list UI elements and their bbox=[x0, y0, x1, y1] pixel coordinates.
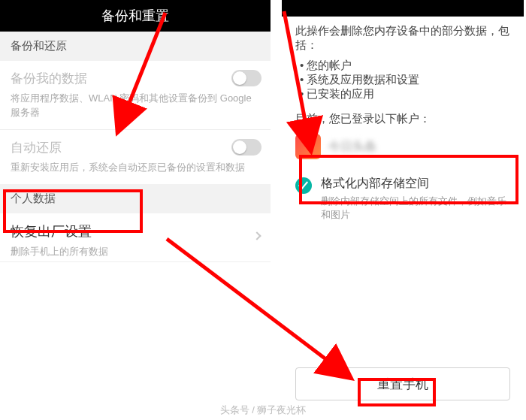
item-backup-my-data[interactable]: 备份我的数据 将应用程序数据、WLAN 密码和其他设置备份到 Google 服务… bbox=[0, 61, 271, 129]
bullet-item: 系统及应用数据和设置 bbox=[300, 73, 510, 87]
account-avatar-icon bbox=[295, 134, 321, 159]
toggle-auto-restore[interactable] bbox=[231, 139, 261, 156]
item-label: 恢复出厂设置 bbox=[11, 222, 260, 240]
toggle-backup[interactable] bbox=[231, 70, 261, 86]
bullet-item: 您的帐户 bbox=[300, 59, 510, 73]
option-sub: 删除内部存储空间上的所有文件，例如音乐和图片 bbox=[321, 195, 510, 222]
divider bbox=[0, 261, 271, 262]
check-icon[interactable] bbox=[295, 177, 312, 194]
account-name: 今日头条 bbox=[328, 139, 376, 155]
option-format-storage[interactable]: 格式化内部存储空间 删除内部存储空间上的所有文件，例如音乐和图片 bbox=[295, 174, 510, 223]
account-row[interactable]: 今日头条 bbox=[295, 134, 510, 159]
right-panel: 此操作会删除您内存设备中的部分数据，包括： 您的帐户 系统及应用数据和设置 已安… bbox=[282, 0, 524, 420]
bullet-item: 已安装的应用 bbox=[300, 87, 510, 101]
item-label: 自动还原 bbox=[11, 139, 260, 156]
section-personal: 个人数据 bbox=[0, 184, 271, 213]
item-sub: 重新安装应用后，系统会自动还原已备份的设置和数据 bbox=[11, 161, 260, 175]
item-label: 备份我的数据 bbox=[11, 70, 260, 87]
option-title: 格式化内部存储空间 bbox=[321, 176, 510, 192]
item-factory-reset[interactable]: 恢复出厂设置 删除手机上的所有数据 bbox=[0, 213, 271, 261]
page-title: 备份和重置 bbox=[0, 0, 271, 32]
reset-phone-button[interactable]: 重置手机 bbox=[295, 367, 510, 400]
warning-text: 此操作会删除您内存设备中的部分数据，包括： bbox=[295, 24, 510, 53]
item-sub: 将应用程序数据、WLAN 密码和其他设置备份到 Google 服务器 bbox=[11, 92, 260, 120]
watermark: 头条号 / 狮子夜光杯 bbox=[0, 403, 526, 417]
item-auto-restore[interactable]: 自动还原 重新安装应用后，系统会自动还原已备份的设置和数据 bbox=[0, 130, 271, 184]
logged-in-label: 目前，您已登录以下帐户： bbox=[295, 112, 510, 126]
section-backup-restore: 备份和还原 bbox=[0, 32, 271, 61]
status-bar bbox=[282, 0, 524, 17]
left-panel: 备份和重置 备份和还原 备份我的数据 将应用程序数据、WLAN 密码和其他设置备… bbox=[0, 0, 271, 420]
item-sub: 删除手机上的所有数据 bbox=[11, 245, 260, 259]
